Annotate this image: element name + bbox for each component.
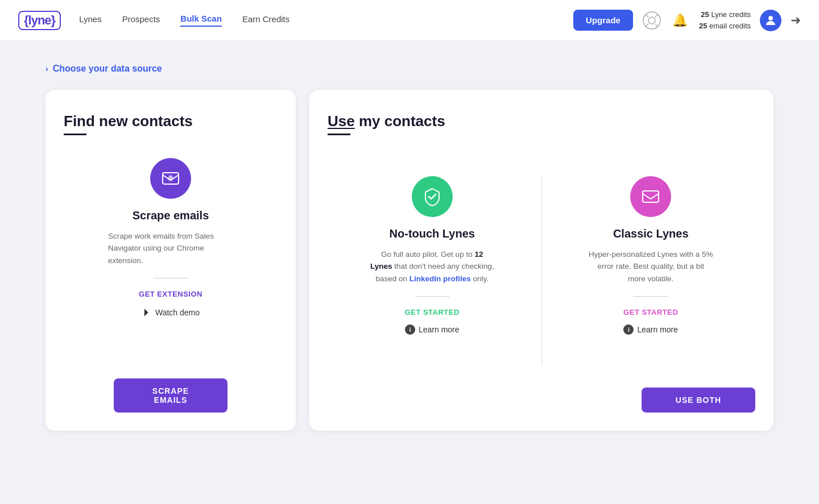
- no-touch-desc: Go full auto pilot. Get up to 12 Lynes t…: [370, 248, 495, 285]
- scrape-emails-icon: [150, 158, 191, 199]
- upgrade-button[interactable]: Upgrade: [573, 10, 633, 31]
- right-card-inner: No-touch Lynes Go full auto pilot. Get u…: [328, 176, 755, 365]
- title-underline: [64, 134, 86, 135]
- get-extension-link[interactable]: GET EXTENSION: [139, 290, 202, 298]
- svg-point-1: [648, 17, 655, 24]
- info-icon-classic: i: [623, 324, 634, 335]
- credits-info: 25 Lyne credits 25 email credits: [699, 9, 751, 31]
- watch-demo-link[interactable]: ⏵ Watch demo: [142, 306, 200, 318]
- svg-point-6: [768, 16, 773, 20]
- svg-line-2: [655, 15, 657, 17]
- divider-classic: [634, 296, 668, 297]
- classic-learn-more-text: Learn more: [637, 325, 678, 334]
- header-right: Upgrade 🔔 25 Lyne credits 25 email credi…: [573, 9, 801, 31]
- email-credits-count: 25: [699, 22, 707, 30]
- svg-line-3: [646, 15, 648, 17]
- use-contacts-card: Use my contacts No-touch Lynes Go full a…: [309, 90, 774, 431]
- scrape-emails-desc: Scrape work emails from Sales Navigator …: [108, 230, 233, 267]
- use-contacts-title: Use my contacts: [328, 113, 755, 130]
- watch-demo-text: Watch demo: [155, 308, 200, 317]
- divider-no-touch: [415, 296, 449, 297]
- notification-icon[interactable]: 🔔: [671, 11, 690, 30]
- title-underline-right: [328, 134, 350, 135]
- use-both-button[interactable]: USE BOTH: [642, 388, 755, 413]
- scrape-emails-button[interactable]: SCRAPE EMAILS: [114, 378, 228, 413]
- help-icon[interactable]: [642, 11, 661, 30]
- chevron-icon: ›: [46, 64, 48, 73]
- classic-get-started[interactable]: GET STARTED: [623, 308, 678, 316]
- no-touch-learn-more[interactable]: i Learn more: [405, 324, 460, 335]
- find-contacts-card: Find new contacts Scrape emails Scrape w…: [46, 90, 296, 431]
- main-content: › Choose your data source Find new conta…: [0, 41, 819, 453]
- cards-container: Find new contacts Scrape emails Scrape w…: [46, 90, 774, 431]
- lyne-credits-label: Lyne credits: [711, 10, 751, 19]
- svg-point-0: [643, 12, 660, 29]
- email-credits-label: email credits: [709, 22, 751, 30]
- no-touch-lynes-col: No-touch Lynes Go full auto pilot. Get u…: [328, 176, 537, 365]
- nav-lynes[interactable]: Lynes: [79, 14, 101, 26]
- nav-earn-credits[interactable]: Earn Credits: [242, 14, 289, 26]
- title-underlined-word: Use: [328, 113, 355, 130]
- card-right-bottom: USE BOTH: [328, 365, 755, 413]
- no-touch-get-started[interactable]: GET STARTED: [405, 308, 460, 316]
- no-touch-title: No-touch Lynes: [390, 227, 475, 240]
- classic-lynes-icon: [630, 176, 671, 217]
- logo[interactable]: {lyne}: [18, 11, 61, 30]
- data-source-text: Choose your data source: [53, 64, 162, 74]
- card-left-bottom: SCRAPE EMAILS: [114, 356, 228, 413]
- no-touch-desc-prefix: Go full auto pilot. Get up to: [381, 250, 474, 259]
- nav-bulk-scan[interactable]: Bulk Scan: [180, 14, 222, 27]
- col-divider: [541, 176, 542, 365]
- find-contacts-title: Find new contacts: [64, 113, 193, 130]
- title-rest: my contacts: [355, 113, 445, 130]
- info-icon-no-touch: i: [405, 324, 415, 335]
- play-icon: ⏵: [142, 306, 152, 318]
- scrape-emails-title: Scrape emails: [133, 209, 209, 222]
- divider: [154, 278, 188, 278]
- svg-line-5: [646, 24, 648, 26]
- lyne-credits-count: 25: [701, 10, 709, 19]
- user-avatar[interactable]: [760, 10, 781, 31]
- data-source-label[interactable]: › Choose your data source: [46, 64, 774, 74]
- no-touch-desc-suffix: only.: [471, 274, 489, 283]
- header: {lyne} Lynes Prospects Bulk Scan Earn Cr…: [0, 0, 819, 41]
- classic-learn-more[interactable]: i Learn more: [623, 324, 678, 335]
- main-nav: Lynes Prospects Bulk Scan Earn Credits: [79, 14, 573, 27]
- no-touch-icon: [412, 176, 453, 217]
- svg-rect-12: [643, 191, 659, 202]
- logout-icon[interactable]: ➜: [791, 13, 801, 28]
- linkedin-profiles-link[interactable]: LinkedIn profiles: [410, 274, 471, 283]
- classic-lynes-title: Classic Lynes: [613, 227, 689, 240]
- classic-lynes-col: Classic Lynes Hyper-personalized Lynes w…: [547, 176, 756, 365]
- nav-prospects[interactable]: Prospects: [122, 14, 160, 26]
- logo-text: {lyne}: [18, 11, 61, 30]
- no-touch-learn-more-text: Learn more: [419, 325, 460, 334]
- classic-lynes-desc: Hyper-personalized Lynes with a 5% error…: [588, 248, 713, 285]
- svg-line-4: [655, 24, 657, 26]
